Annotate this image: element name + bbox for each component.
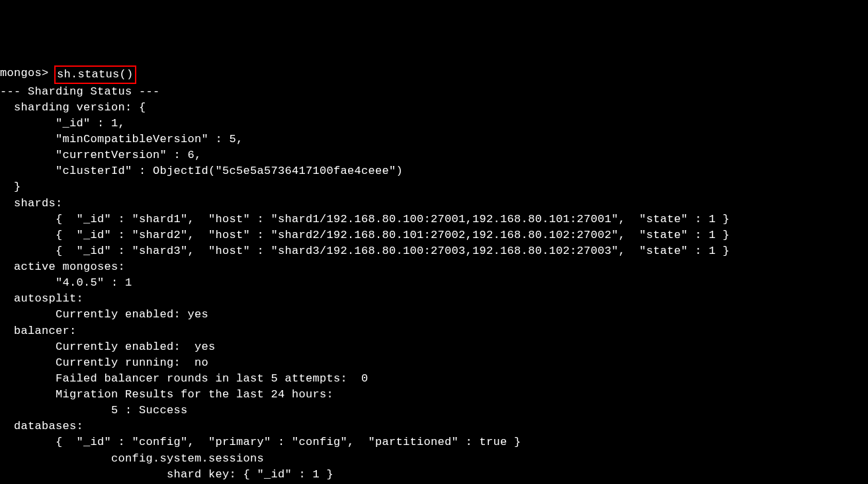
output-header: --- Sharding Status ---	[0, 85, 167, 98]
migration-success: 5 : Success	[0, 404, 188, 417]
shard3-entry: { "_id" : "shard3", "host" : "shard3/192…	[0, 245, 730, 257]
migration-label: Migration Results for the last 24 hours:	[0, 388, 341, 401]
shard2-entry: { "_id" : "shard2", "host" : "shard2/192…	[0, 229, 730, 241]
active-mongoses-label: active mongoses:	[0, 261, 125, 273]
balancer-enabled: Currently enabled: yes	[0, 341, 216, 353]
shell-prompt: mongos>	[0, 65, 56, 81]
terminal-output: mongos> sh.status()--- Sharding Status -…	[0, 65, 868, 485]
sharding-version-label: sharding version: {	[0, 101, 146, 114]
shard1-entry: { "_id" : "shard1", "host" : "shard1/192…	[0, 213, 730, 225]
id-field: "_id" : 1,	[0, 117, 125, 130]
current-version: "currentVersion" : 6,	[0, 149, 202, 161]
balancer-running: Currently running: no	[0, 356, 208, 369]
db-config-entry: { "_id" : "config", "primary" : "config"…	[0, 436, 521, 448]
balancer-label: balancer:	[0, 325, 77, 337]
balancer-failed: Failed balancer rounds in last 5 attempt…	[0, 372, 369, 385]
cluster-id: "clusterId" : ObjectId("5c5e5a5736417100…	[0, 165, 403, 177]
config-sessions: config.system.sessions	[0, 452, 264, 465]
databases-label: databases:	[0, 420, 83, 432]
active-mongoses-value: "4.0.5" : 1	[0, 276, 132, 289]
shards-label: shards:	[0, 197, 63, 210]
shard-key: shard key: { "_id" : 1 }	[0, 468, 333, 481]
autosplit-value: Currently enabled: yes	[0, 308, 208, 321]
min-compatible-version: "minCompatibleVersion" : 5,	[0, 133, 243, 145]
autosplit-label: autosplit:	[0, 292, 83, 305]
close-brace: }	[0, 181, 21, 193]
command-input[interactable]: sh.status()	[54, 65, 136, 84]
